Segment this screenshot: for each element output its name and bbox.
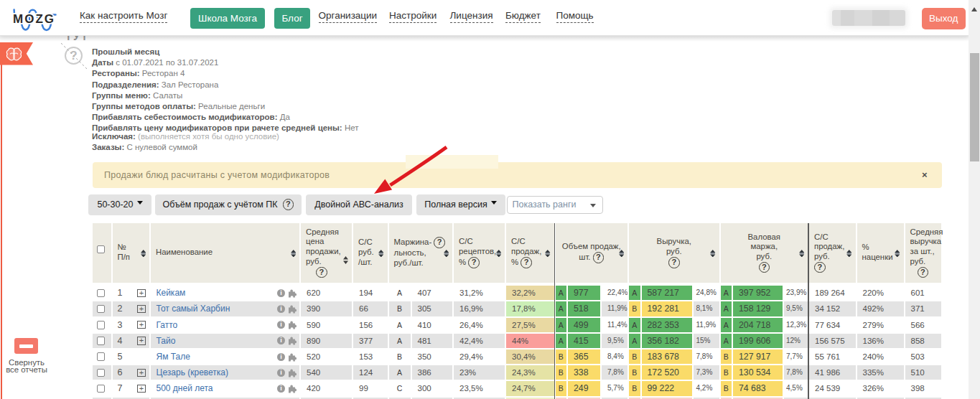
svg-text:MOZG: MOZG: [13, 12, 55, 26]
